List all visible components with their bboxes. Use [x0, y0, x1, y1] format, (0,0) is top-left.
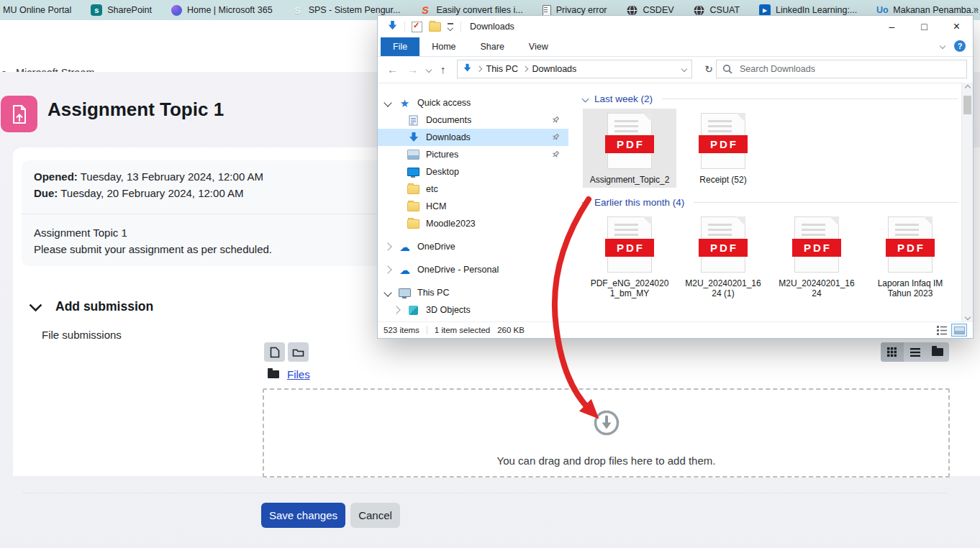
chevron-slot [392, 307, 401, 313]
search-icon [722, 64, 732, 74]
sidebar-item-etc[interactable]: etc [378, 181, 568, 198]
file-tile-row: PDFPDF_eNG_20240201_bm_MYPDFM2U_20240201… [583, 212, 962, 301]
bookmark-item-linkedin-learning[interactable]: ▶LinkedIn Learning:... [759, 4, 857, 16]
ribbon-right: ? [940, 40, 966, 52]
bookmark-label: MU Online Portal [3, 5, 71, 15]
back-button[interactable]: ← [387, 63, 398, 76]
pictures-icon [407, 149, 419, 160]
sidebar-item-onedrive[interactable]: ☁OneDrive [378, 238, 568, 255]
text-line [614, 229, 638, 231]
file-group-header-earlier-this-month-4[interactable]: Earlier this month (4) [583, 195, 962, 209]
ribbon-tab-file[interactable]: File [381, 37, 419, 56]
bookmark-label: CSDEV [643, 5, 674, 15]
status-selected-items: 1 item selected [435, 326, 490, 334]
dropzone-text: You can drag and drop files here to add … [264, 455, 948, 467]
sidebar-item-pictures[interactable]: Pictures [378, 146, 568, 163]
sidebar-item-3d-objects[interactable]: 3D Objects [378, 301, 568, 319]
minimize-button[interactable]: – [876, 16, 908, 37]
file-tile-assignment-topic-2[interactable]: PDFAssignment_Topic_2 [583, 109, 676, 188]
file-tile-m2u-20240201-1624[interactable]: PDFM2U_20240201_1624 [770, 212, 863, 301]
pdf-badge: PDF [792, 239, 841, 257]
explorer-status-bar: 523 items 1 item selected 260 KB [378, 321, 973, 338]
file-tile-receipt-52[interactable]: PDFReceipt (52) [676, 109, 770, 188]
pdf-badge: PDF [605, 239, 654, 257]
sidebar-item-onedrive-personal[interactable]: ☁OneDrive - Personal [378, 261, 568, 278]
details-view-icon[interactable] [937, 326, 947, 335]
large-icons-view-icon[interactable] [951, 324, 967, 337]
view-grid-button[interactable] [881, 342, 904, 362]
up-button[interactable]: ↑ [440, 63, 446, 76]
file-tile-pdf-eng-20240201-bm-my[interactable]: PDFPDF_eNG_20240201_bm_MY [583, 212, 676, 301]
explorer-scrollbar[interactable] [961, 83, 973, 322]
bookmark-item-makanan-penamba[interactable]: UoMakanan Penamba... [876, 4, 979, 16]
bookmark-item-privacy-error[interactable]: Privacy error [543, 5, 607, 16]
scroll-thumb[interactable] [963, 96, 971, 114]
sidebar-item-documents[interactable]: Documents [378, 111, 568, 129]
file-tile-m2u-20240201-1624-1[interactable]: PDFM2U_20240201_1624 (1) [676, 212, 770, 301]
folder-icon [407, 183, 419, 195]
search-input[interactable] [738, 63, 961, 75]
address-dropdown-icon[interactable] [681, 66, 687, 72]
maximize-button[interactable]: □ [908, 16, 940, 37]
address-bar[interactable]: This PCDownloads [457, 60, 692, 78]
create-folder-button[interactable] [288, 342, 309, 362]
file-dropzone[interactable]: You can drag and drop files here to add … [263, 388, 950, 478]
bookmark-item-home-microsoft-365[interactable]: Home | Microsoft 365 [171, 5, 273, 16]
sidebar-item-label: OneDrive [417, 242, 455, 252]
scroll-down-icon[interactable] [962, 312, 973, 322]
form-divider [22, 493, 947, 493]
bookmark-item-easily-convert-files-i[interactable]: SEasily convert files i... [419, 4, 522, 16]
qat-properties-icon[interactable] [412, 22, 422, 32]
bookmark-item-sps-sistem-pengur[interactable]: SSPS - Sistem Pengur... [292, 4, 401, 16]
breadcrumb-downloads[interactable]: Downloads [532, 64, 576, 74]
ribbon-tab-share[interactable]: Share [468, 37, 517, 56]
save-button[interactable]: Save changes [261, 503, 345, 528]
sidebar-item-desktop[interactable]: Desktop [378, 163, 568, 181]
uo-icon: Uo [876, 4, 888, 16]
breadcrumb-this-pc[interactable]: This PC [486, 64, 518, 74]
explorer-title-bar[interactable]: Downloads – □ × [378, 16, 973, 37]
view-list-button[interactable] [904, 342, 927, 362]
qat-new-folder-icon[interactable] [429, 22, 441, 32]
bookmark-label: Home | Microsoft 365 [187, 5, 273, 15]
pdf-badge: PDF [605, 135, 654, 153]
sidebar-item-quick-access[interactable]: ★Quick access [378, 94, 568, 111]
files-breadcrumb-link[interactable]: Files [287, 368, 310, 380]
forward-button[interactable]: → [407, 63, 418, 76]
scroll-up-icon[interactable] [962, 83, 973, 93]
close-button[interactable]: × [940, 16, 973, 37]
sidebar-item-label: Pictures [426, 150, 458, 160]
chevron-right-icon [476, 66, 482, 72]
ribbon-tab-home[interactable]: Home [419, 37, 468, 56]
sidebar-item-this-pc[interactable]: This PC [378, 284, 568, 301]
file-tile-laporan-infaq-im-tahun-2023[interactable]: PDFLaporan Infaq IM Tahun 2023 [863, 212, 957, 301]
bookmark-item-csdev[interactable]: CSDEV [627, 4, 674, 16]
ribbon-collapse-icon[interactable] [940, 43, 945, 49]
bookmark-item-mu-online-portal[interactable]: MU Online Portal [3, 5, 71, 15]
view-tree-button[interactable] [926, 342, 949, 362]
text-line [802, 229, 825, 231]
ribbon-tab-view[interactable]: View [517, 37, 561, 56]
sidebar-item-hcm[interactable]: HCM [378, 198, 568, 215]
chevron-down-icon [582, 95, 589, 102]
address-crumbs: This PCDownloads [477, 64, 576, 74]
help-icon[interactable]: ? [954, 40, 966, 52]
sidebar-item-downloads[interactable]: Downloads [378, 129, 568, 146]
sidebar-item-moodle2023[interactable]: Moodle2023 [378, 215, 568, 232]
sidebar-item-label: This PC [417, 288, 449, 298]
sidebar-item-label: Quick access [417, 98, 471, 108]
recent-locations-icon[interactable] [426, 66, 432, 72]
add-file-button[interactable] [264, 342, 285, 362]
qat-customize-icon[interactable] [448, 23, 454, 30]
assignment-icon [1, 96, 37, 132]
add-submission-toggle[interactable]: Add submission [31, 299, 153, 314]
bookmark-item-csuat[interactable]: CSUAT [694, 4, 740, 16]
document-icon [543, 5, 551, 16]
bookmarks-overflow-chevron-icon[interactable]: » [974, 4, 979, 14]
pin-icon [552, 116, 560, 126]
file-group-header-last-week-2[interactable]: Last week (2) [583, 91, 962, 106]
cancel-button[interactable]: Cancel [350, 503, 400, 528]
pdf-badge: PDF [886, 239, 935, 257]
bookmark-item-sharepoint[interactable]: sSharePoint [91, 4, 152, 16]
list-view-icon [910, 348, 920, 357]
